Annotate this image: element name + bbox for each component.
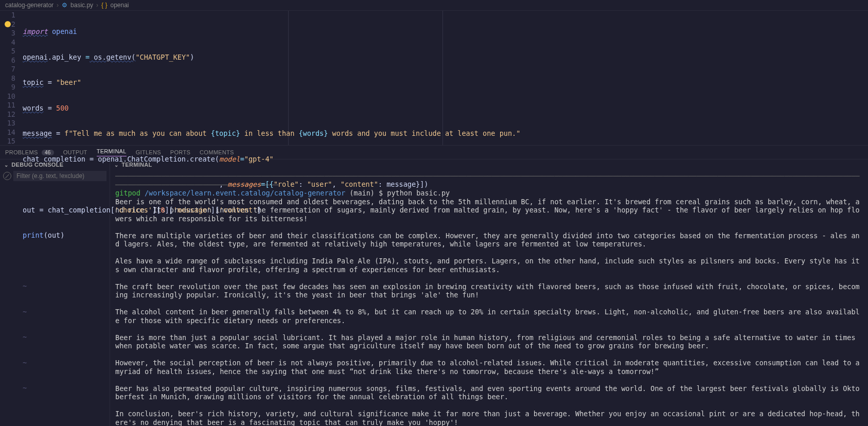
code-token: "content" xyxy=(341,180,378,188)
code-token: {topic} xyxy=(211,129,240,137)
line-number[interactable]: 10 xyxy=(0,92,15,101)
code-token: topic xyxy=(23,78,44,86)
chevron-down-icon: ⌄ xyxy=(4,162,8,168)
breadcrumb-symbol[interactable]: openai xyxy=(110,2,129,9)
code-token: openai xyxy=(52,27,77,36)
code-token: .api_key xyxy=(48,53,85,61)
code-token: , xyxy=(332,180,341,188)
line-number[interactable]: 7 xyxy=(0,65,15,74)
line-number[interactable]: 9 xyxy=(0,83,15,92)
code-token: "CHATGPT_KEY" xyxy=(135,53,190,61)
code-token: : message}]) xyxy=(378,180,429,188)
chevron-right-icon: › xyxy=(96,2,98,9)
line-number[interactable]: 14 xyxy=(0,128,15,137)
code-token: = xyxy=(52,129,64,137)
code-token: =[{ xyxy=(261,180,273,188)
code-token: = xyxy=(85,53,90,61)
code-token: chat_completion = openai.ChatCompletion.… xyxy=(23,155,219,163)
line-number[interactable]: 11 xyxy=(0,101,15,110)
code-token: , xyxy=(23,180,227,188)
terminal-line: In conclusion, beer's rich history, vari… xyxy=(115,410,860,426)
line-number[interactable]: 5 xyxy=(0,47,15,56)
code-token: model xyxy=(219,155,240,163)
code-token: 'message' xyxy=(173,206,211,214)
symbol-icon: { } xyxy=(101,2,107,9)
code-token: print xyxy=(23,231,44,239)
code-token: in less than xyxy=(240,129,299,137)
breadcrumb-file[interactable]: basic.py xyxy=(70,2,93,9)
code-token: = xyxy=(44,78,56,86)
empty-line-tilde: ~ xyxy=(23,333,27,341)
code-token: = xyxy=(44,104,56,112)
code-token: = xyxy=(240,155,244,163)
line-number-gutter[interactable]: 1 2 3 4 5 6 7 8 9 10 11 12 13 14 15 xyxy=(0,11,23,145)
code-editor[interactable]: 1 2 3 4 5 6 7 8 9 10 11 12 13 14 15 impo… xyxy=(0,10,868,145)
clear-console-icon[interactable] xyxy=(3,172,11,180)
code-token: ][ xyxy=(165,206,173,214)
line-number[interactable]: 4 xyxy=(0,38,15,47)
code-area[interactable]: import openai openai.api_key = os.getenv… xyxy=(23,11,868,145)
code-token: ] xyxy=(257,206,261,214)
code-token: message xyxy=(23,129,52,137)
code-token: 'choices' xyxy=(115,206,152,214)
code-token: 'content' xyxy=(219,206,257,214)
code-token: openai xyxy=(23,53,48,61)
code-token: os.getenv( xyxy=(90,53,135,61)
code-token: (out) xyxy=(44,231,65,239)
python-file-icon: ⚙ xyxy=(62,2,67,9)
line-number[interactable]: 3 xyxy=(0,29,15,38)
code-token: words and you must include at least one … xyxy=(328,129,520,137)
line-number[interactable]: 6 xyxy=(0,56,15,65)
code-token: ) xyxy=(190,53,194,61)
line-number[interactable]: 12 xyxy=(0,110,15,119)
breadcrumb-folder[interactable]: catalog-generator xyxy=(5,2,54,9)
code-token: import xyxy=(23,27,48,36)
empty-line-tilde: ~ xyxy=(23,308,27,316)
code-token: "user" xyxy=(307,180,332,188)
code-token: : xyxy=(298,180,307,188)
line-number[interactable]: 13 xyxy=(0,119,15,128)
code-token: ][ xyxy=(211,206,219,214)
breadcrumb[interactable]: catalog-generator › ⚙ basic.py › { } ope… xyxy=(0,0,868,10)
code-token: "role" xyxy=(274,180,299,188)
code-token: "gpt-4" xyxy=(244,155,274,163)
code-token: f"Tell me as much as you can about xyxy=(64,129,210,137)
code-token: messages xyxy=(227,180,261,188)
empty-line-tilde: ~ xyxy=(23,359,27,367)
empty-line-tilde: ~ xyxy=(23,384,27,392)
code-token: {words} xyxy=(298,129,328,137)
code-token: "beer" xyxy=(56,78,81,86)
code-token: ][ xyxy=(152,206,161,214)
breakpoint-icon[interactable] xyxy=(5,21,11,27)
empty-line-tilde: ~ xyxy=(23,282,27,290)
chevron-right-icon: › xyxy=(57,2,59,9)
line-number[interactable]: 15 xyxy=(0,137,15,146)
code-token: words xyxy=(23,104,44,112)
line-number[interactable]: 8 xyxy=(0,74,15,83)
line-number[interactable]: 1 xyxy=(0,11,15,20)
code-token: 500 xyxy=(56,104,68,112)
code-token: out = chat_completion[ xyxy=(23,206,115,214)
